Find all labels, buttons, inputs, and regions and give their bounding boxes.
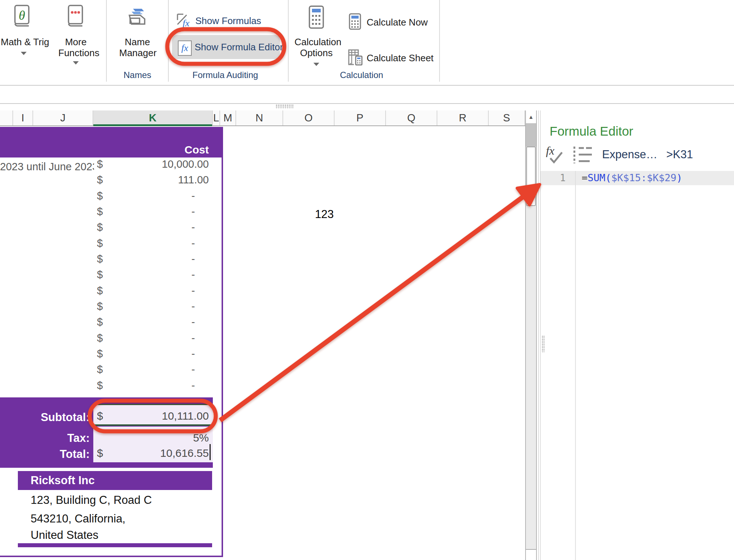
formula-bar-grip-handle[interactable]	[276, 104, 294, 109]
company-address-line1: 123, Building C, Road C	[31, 494, 152, 507]
row-cost-value: -	[93, 221, 195, 233]
table-right-border	[222, 157, 223, 557]
cost-row[interactable]: $-	[0, 363, 223, 379]
formula-auditing-group-label: Formula Auditing	[192, 70, 258, 80]
more-functions-label-line1: More	[58, 36, 93, 48]
cost-row[interactable]: $-	[0, 253, 223, 269]
formula-close-paren: )	[676, 172, 682, 183]
scrollbar-track-upper[interactable]	[526, 123, 536, 147]
column-header-R[interactable]: R	[437, 110, 489, 125]
excel-window: θ Math & Trig More Functions	[0, 0, 734, 560]
more-functions-dropdown-arrow[interactable]	[73, 61, 79, 65]
ribbon-divider	[288, 0, 289, 82]
cost-row[interactable]: $-	[0, 300, 223, 316]
column-header-L[interactable]: L	[213, 110, 220, 125]
calculation-options-button[interactable]: Calculation Options	[294, 2, 338, 70]
cell-reference: >K31	[666, 148, 693, 161]
column-header-M[interactable]: M	[220, 110, 236, 125]
column-header-K[interactable]: K	[93, 110, 213, 125]
calculate-now-icon	[348, 13, 362, 31]
selected-column-underline	[93, 124, 212, 126]
formula-editor-title: Formula Editor	[550, 124, 633, 139]
vertical-scrollbar[interactable]: ▲	[525, 110, 537, 560]
svg-text:fx: fx	[183, 18, 190, 28]
show-formulas-icon: fx	[176, 13, 191, 29]
panel-resize-grip[interactable]	[542, 335, 545, 353]
company-address-line3: United States	[31, 529, 98, 542]
floating-cell-123[interactable]: 123	[313, 208, 336, 221]
scrollbar-bottom-button[interactable]	[526, 549, 536, 560]
column-header-S[interactable]: S	[489, 110, 525, 125]
calculate-sheet-label: Calculate Sheet	[367, 52, 434, 64]
formula-equals: =	[582, 172, 587, 183]
cost-row[interactable]: $-	[0, 221, 223, 237]
column-header-blank[interactable]	[0, 110, 13, 125]
table-bottom-border	[0, 556, 223, 557]
cost-row[interactable]: $-	[0, 332, 223, 348]
sheet-name-truncated: Expense…	[602, 148, 657, 161]
cost-row[interactable]: $-	[0, 190, 223, 206]
more-functions-icon	[67, 4, 84, 30]
show-formulas-button[interactable]: fx Show Formulas	[175, 12, 262, 30]
calculate-now-button[interactable]: Calculate Now	[347, 12, 431, 31]
name-manager-label-line1: Name	[119, 36, 156, 48]
cost-row[interactable]: $-	[0, 269, 223, 284]
show-formula-editor-icon: fx	[178, 40, 192, 56]
fx-check-icon[interactable]: fx	[545, 144, 566, 167]
column-header-O[interactable]: O	[283, 110, 335, 125]
formula-list-icon[interactable]	[573, 146, 593, 166]
cost-row[interactable]: $-	[0, 285, 223, 300]
cost-row[interactable]: $-	[0, 380, 223, 395]
row-cost-value: 10,000.00	[93, 158, 209, 170]
formula-text[interactable]: =SUM($K$15:$K$29)	[582, 172, 682, 183]
scrollbar-up-button[interactable]: ▲	[526, 110, 536, 124]
cost-row[interactable]: $-	[0, 237, 223, 253]
svg-text:fx: fx	[546, 144, 554, 157]
calculate-now-label: Calculate Now	[367, 17, 428, 28]
row-cost-value: -	[93, 316, 195, 328]
calculate-sheet-button[interactable]: Calculate Sheet	[347, 48, 434, 67]
show-formulas-label: Show Formulas	[195, 15, 261, 27]
column-header-J[interactable]: J	[33, 110, 93, 125]
cost-row[interactable]: $-	[0, 316, 223, 332]
name-manager-button[interactable]: Name Manager	[119, 2, 156, 64]
names-group-label: Names	[119, 70, 156, 80]
formula-gutter-line	[575, 171, 576, 560]
row-cost-value: -	[93, 332, 195, 344]
svg-text:θ: θ	[19, 8, 25, 23]
formula-line-number: 1	[554, 172, 566, 183]
column-header-Q[interactable]: Q	[386, 110, 437, 125]
column-header-I[interactable]: I	[13, 110, 33, 125]
name-manager-label-line2: Manager	[119, 47, 156, 59]
up-arrow-icon: ▲	[528, 114, 534, 120]
row-cost-value: -	[93, 285, 195, 297]
more-functions-button[interactable]: More Functions	[58, 2, 93, 68]
formula-bar-border	[0, 103, 734, 104]
cost-row[interactable]: $-	[0, 206, 223, 221]
row-cost-value: -	[93, 363, 195, 376]
company-address-line2: 543210, California,	[31, 512, 125, 525]
show-formula-editor-button[interactable]: fx Show Formula Editor	[172, 35, 280, 59]
formula-cell-reference[interactable]: Expense… >K31	[602, 148, 693, 161]
annotation-arrow-line	[220, 195, 526, 420]
row-cost-value: -	[93, 237, 195, 249]
scrollbar-thumb[interactable]	[526, 147, 536, 206]
math-trig-dropdown-arrow[interactable]	[21, 52, 27, 55]
company-name: Ricksoft Inc	[31, 474, 95, 487]
calculation-options-icon	[308, 5, 325, 31]
cost-row[interactable]: $10,000.00	[0, 158, 223, 174]
calculation-options-dropdown-arrow[interactable]	[313, 63, 319, 66]
math-trig-button[interactable]: θ Math & Trig	[7, 2, 40, 64]
ribbon-divider	[439, 0, 440, 82]
ribbon: θ Math & Trig More Functions	[0, 0, 734, 85]
row-cost-value: 111.00	[93, 174, 209, 186]
formula-function: SUM(	[587, 172, 611, 183]
cost-row[interactable]: $-	[0, 348, 223, 363]
panel-divider-line	[538, 110, 539, 560]
column-header-N[interactable]: N	[236, 110, 283, 125]
more-functions-label-line2: Functions	[58, 47, 93, 59]
cost-row[interactable]: $111.00	[0, 174, 223, 190]
name-manager-icon	[128, 6, 147, 28]
column-header-P[interactable]: P	[335, 110, 386, 125]
row-cost-value: -	[93, 380, 195, 392]
